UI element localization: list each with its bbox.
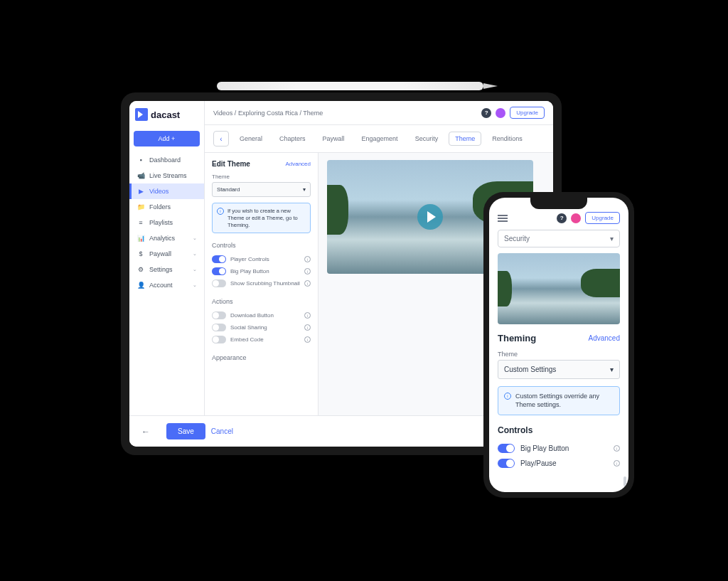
theme-select[interactable]: Standard▾ <box>212 182 311 197</box>
breadcrumb-item: Theme <box>303 110 323 117</box>
info-icon[interactable]: i <box>304 336 311 343</box>
sidebar-item-videos[interactable]: ▶Videos <box>129 183 204 199</box>
sidebar-item-folders[interactable]: 📁Folders <box>129 199 204 215</box>
info-text: Custom Settings override any Theme setti… <box>515 393 614 409</box>
info-icon: i <box>504 393 511 400</box>
info-icon[interactable]: i <box>304 268 311 274</box>
sidebar-item-settings[interactable]: ⚙Settings⌄ <box>129 262 204 277</box>
sidebar: dacast Add + ▪Dashboard 📹Live Streams ▶V… <box>129 101 205 415</box>
chevron-down-icon: ▾ <box>610 366 614 373</box>
toggle[interactable] <box>212 311 226 319</box>
section-select[interactable]: Security▾ <box>498 230 620 247</box>
logo-icon <box>135 108 148 121</box>
toggle-scrubbing-thumbnail: Show Scrubbing Thumbnaili <box>212 277 311 289</box>
toggle[interactable] <box>212 324 226 331</box>
tab-general[interactable]: General <box>233 132 269 146</box>
tab-renditions[interactable]: Renditions <box>486 132 529 146</box>
nav-label: Analytics <box>149 235 175 242</box>
toggle[interactable] <box>212 255 226 263</box>
info-icon[interactable]: i <box>304 324 311 331</box>
user-icon: 👤 <box>136 282 145 289</box>
sidebar-item-live-streams[interactable]: 📹Live Streams <box>129 168 204 183</box>
info-icon[interactable]: i <box>614 460 620 467</box>
upgrade-button[interactable]: Upgrade <box>510 107 545 119</box>
play-icon: ▶ <box>136 188 145 195</box>
toggle-embed-code: Embed Codei <box>212 334 311 346</box>
advanced-link[interactable]: Advanced <box>589 334 620 342</box>
breadcrumb-item[interactable]: Exploring Costa Rica <box>238 110 298 117</box>
theme-select[interactable]: Custom Settings▾ <box>498 360 620 379</box>
collapse-button[interactable]: ← <box>139 425 152 438</box>
nav-label: Videos <box>149 188 168 195</box>
nav-label: Live Streams <box>149 172 187 179</box>
tab-engagement[interactable]: Engagement <box>355 132 405 146</box>
sidebar-item-analytics[interactable]: 📊Analytics⌄ <box>129 230 204 246</box>
info-text: If you wish to create a new Theme or edi… <box>228 208 306 228</box>
controls-section: Controls <box>498 425 620 435</box>
chart-icon: 📊 <box>136 235 145 242</box>
breadcrumb-item[interactable]: Videos <box>213 110 232 117</box>
panel-title: Edit Theme <box>212 160 250 168</box>
nav-label: Account <box>149 282 173 289</box>
chevron-down-icon: ⌄ <box>193 267 197 272</box>
info-icon[interactable]: i <box>614 445 620 452</box>
advanced-link[interactable]: Advanced <box>285 161 311 167</box>
tabs: ‹ General Chapters Paywall Engagement Se… <box>205 125 553 153</box>
toggle[interactable] <box>212 336 226 343</box>
avatar[interactable] <box>571 213 581 223</box>
sidebar-item-paywall[interactable]: $Paywall⌄ <box>129 246 204 262</box>
info-icon[interactable]: i <box>304 256 311 262</box>
toggle-big-play-button: Big Play Buttoni <box>498 441 620 456</box>
stylus <box>217 82 483 90</box>
section-title: Theming <box>498 333 536 343</box>
toggle-player-controls: Player Controlsi <box>212 253 311 265</box>
video-preview <box>498 253 620 324</box>
sidebar-item-account[interactable]: 👤Account⌄ <box>129 277 204 293</box>
toggle-play-pause: Play/Pausei <box>498 456 620 471</box>
dashboard-icon: ▪ <box>136 156 145 164</box>
chevron-down-icon: ▾ <box>303 186 306 193</box>
upgrade-button[interactable]: Upgrade <box>585 212 620 224</box>
info-box: i Custom Settings override any Theme set… <box>498 386 620 415</box>
info-icon[interactable]: i <box>304 280 311 287</box>
brand-name: dacast <box>151 110 180 120</box>
nav-label: Dashboard <box>149 156 181 164</box>
actions-section: Actions <box>212 298 311 305</box>
nav-label: Paywall <box>149 250 171 257</box>
theme-label: Theme <box>212 174 311 180</box>
chevron-down-icon: ⌄ <box>193 282 197 288</box>
logo: dacast <box>129 101 204 128</box>
toggle[interactable] <box>212 267 226 275</box>
toggle[interactable] <box>498 459 515 468</box>
phone-content: Theming Advanced Theme Custom Settings▾ … <box>489 324 628 492</box>
play-button[interactable] <box>417 204 443 230</box>
toggle-download-button: Download Buttoni <box>212 309 311 321</box>
scrollbar[interactable] <box>623 476 626 486</box>
toggle[interactable] <box>212 279 226 287</box>
nav-label: Settings <box>149 266 173 273</box>
chevron-down-icon: ⌄ <box>193 251 197 257</box>
sidebar-item-playlists[interactable]: ≡Playlists <box>129 215 204 230</box>
info-icon[interactable]: i <box>304 312 311 319</box>
cancel-button[interactable]: Cancel <box>211 427 233 435</box>
add-button[interactable]: Add + <box>134 131 200 146</box>
menu-icon[interactable] <box>498 215 508 222</box>
tab-security[interactable]: Security <box>409 132 445 146</box>
avatar[interactable] <box>496 108 505 118</box>
camera-icon: 📹 <box>136 172 145 179</box>
gear-icon: ⚙ <box>136 266 145 273</box>
tab-theme[interactable]: Theme <box>449 132 481 146</box>
edit-panel: Edit Theme Advanced Theme Standard▾ i If… <box>205 153 318 415</box>
preview-decoration <box>581 269 620 297</box>
back-button[interactable]: ‹ <box>213 131 229 146</box>
help-icon[interactable]: ? <box>557 213 567 223</box>
toggle[interactable] <box>498 444 515 453</box>
tab-paywall[interactable]: Paywall <box>316 132 351 146</box>
toggle-social-sharing: Social Sharingi <box>212 321 311 334</box>
preview-decoration <box>498 271 512 307</box>
save-button[interactable]: Save <box>166 423 205 439</box>
tab-chapters[interactable]: Chapters <box>273 132 312 146</box>
help-icon[interactable]: ? <box>481 108 491 118</box>
sidebar-item-dashboard[interactable]: ▪Dashboard <box>129 152 204 168</box>
appearance-section: Appearance <box>212 354 311 361</box>
